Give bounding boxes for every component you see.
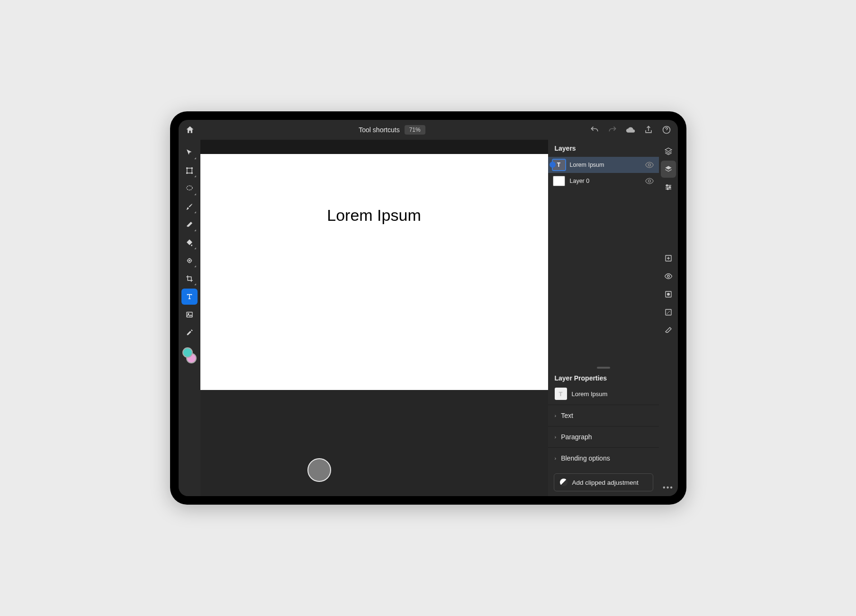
place-image-tool[interactable] bbox=[181, 307, 198, 323]
adjustments-icon[interactable] bbox=[661, 179, 676, 196]
paragraph-section[interactable]: › Paragraph bbox=[548, 426, 659, 447]
zoom-level[interactable]: 71% bbox=[405, 125, 425, 135]
header-center: Tool shortcuts 71% bbox=[199, 125, 585, 135]
redo-icon[interactable] bbox=[608, 125, 617, 135]
cloud-icon[interactable] bbox=[626, 125, 635, 135]
layers-detailed-icon[interactable] bbox=[661, 161, 676, 178]
text-layer-content[interactable]: Lorem Ipsum bbox=[327, 206, 421, 225]
share-icon[interactable] bbox=[644, 125, 653, 135]
right-panel: Layers T Lorem Ipsum Layer 0 bbox=[548, 140, 659, 496]
canvas[interactable]: Lorem Ipsum bbox=[200, 154, 548, 390]
svg-point-1 bbox=[186, 168, 187, 169]
tablet-frame: Tool shortcuts 71% bbox=[170, 111, 686, 505]
app-screen: Tool shortcuts 71% bbox=[179, 120, 678, 496]
svg-point-15 bbox=[667, 275, 669, 278]
color-swatches[interactable] bbox=[182, 347, 197, 363]
top-bar: Tool shortcuts 71% bbox=[179, 120, 678, 140]
layers-compact-icon[interactable] bbox=[661, 143, 676, 160]
panel-drag-handle[interactable] bbox=[597, 367, 610, 369]
help-icon[interactable] bbox=[662, 125, 671, 135]
svg-point-12 bbox=[669, 187, 670, 188]
svg-point-2 bbox=[191, 168, 192, 169]
text-section[interactable]: › Text bbox=[548, 405, 659, 426]
layer-row[interactable]: T Lorem Ipsum bbox=[548, 157, 659, 173]
mask-icon[interactable] bbox=[661, 286, 676, 303]
svg-point-9 bbox=[648, 164, 650, 166]
eraser-tool[interactable] bbox=[181, 217, 198, 233]
blending-options-section[interactable]: › Blending options bbox=[548, 447, 659, 469]
header-right bbox=[590, 125, 671, 135]
chevron-right-icon: › bbox=[555, 434, 557, 440]
svg-point-17 bbox=[667, 293, 670, 296]
svg-point-3 bbox=[186, 172, 187, 173]
delete-layer-icon[interactable] bbox=[661, 322, 676, 339]
adjustment-icon bbox=[560, 479, 568, 486]
canvas-area: Lorem Ipsum bbox=[200, 140, 548, 496]
layer-visibility-icon[interactable] bbox=[661, 268, 676, 285]
add-adjustment-label: Add clipped adjustment bbox=[572, 479, 639, 486]
add-layer-icon[interactable] bbox=[661, 250, 676, 267]
lasso-tool[interactable] bbox=[181, 181, 198, 197]
visibility-icon[interactable] bbox=[645, 160, 654, 170]
crop-tool[interactable] bbox=[181, 271, 198, 287]
layers-panel-title: Layers bbox=[548, 140, 659, 157]
svg-rect-7 bbox=[187, 312, 192, 317]
document-title: Tool shortcuts bbox=[359, 126, 399, 134]
heal-tool[interactable] bbox=[181, 253, 198, 269]
layer-thumbnail-icon bbox=[553, 176, 565, 186]
layer-name: Lorem Ipsum bbox=[570, 162, 640, 168]
layer-row[interactable]: Layer 0 bbox=[548, 173, 659, 189]
chevron-right-icon: › bbox=[555, 413, 557, 418]
undo-icon[interactable] bbox=[590, 125, 599, 135]
layer-thumbnail-icon: T bbox=[553, 160, 565, 170]
layer-name: Layer 0 bbox=[570, 178, 640, 184]
properties-layer-name: Lorem Ipsum bbox=[572, 390, 608, 398]
fill-tool[interactable] bbox=[181, 235, 198, 251]
svg-point-4 bbox=[191, 172, 192, 173]
section-label: Blending options bbox=[561, 454, 610, 462]
eyedropper-tool[interactable] bbox=[181, 325, 198, 341]
move-tool[interactable] bbox=[181, 145, 198, 161]
clip-icon[interactable] bbox=[661, 304, 676, 321]
layers-empty-area bbox=[548, 189, 659, 364]
properties-panel-title: Layer Properties bbox=[548, 370, 659, 385]
foreground-color[interactable] bbox=[182, 347, 193, 358]
svg-point-5 bbox=[187, 186, 192, 190]
section-label: Paragraph bbox=[561, 433, 592, 441]
left-toolbar bbox=[179, 140, 200, 496]
visibility-icon[interactable] bbox=[645, 176, 654, 186]
canvas-top-strip bbox=[200, 140, 548, 154]
properties-layer-info: T Lorem Ipsum bbox=[548, 385, 659, 405]
transform-tool[interactable] bbox=[181, 163, 198, 179]
chevron-right-icon: › bbox=[555, 455, 557, 461]
properties-thumbnail-icon: T bbox=[555, 388, 567, 400]
main-area: Lorem Ipsum Layers T Lorem Ipsum bbox=[179, 140, 678, 496]
add-clipped-adjustment-button[interactable]: Add clipped adjustment bbox=[554, 473, 653, 491]
svg-point-10 bbox=[648, 180, 650, 182]
home-icon[interactable] bbox=[185, 125, 195, 135]
touch-shortcut-indicator[interactable] bbox=[307, 458, 331, 482]
type-tool[interactable] bbox=[181, 289, 198, 305]
brush-tool[interactable] bbox=[181, 199, 198, 215]
svg-point-11 bbox=[666, 185, 667, 186]
svg-point-13 bbox=[667, 188, 668, 190]
right-rail: ••• bbox=[659, 140, 678, 496]
section-label: Text bbox=[561, 412, 573, 419]
more-options-icon[interactable]: ••• bbox=[661, 479, 676, 496]
